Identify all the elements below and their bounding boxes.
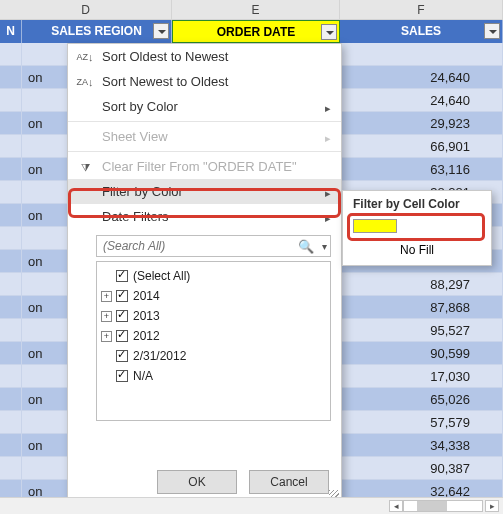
cell-sales[interactable]: 34,338 bbox=[340, 434, 503, 457]
highlight-ring bbox=[347, 213, 485, 241]
cell-sales[interactable]: 90,599 bbox=[340, 342, 503, 365]
checkbox-checked-icon[interactable] bbox=[116, 290, 128, 302]
tree-select-all[interactable]: (Select All) bbox=[101, 266, 326, 286]
cell-sales[interactable]: 88,297 bbox=[340, 273, 503, 296]
checkbox-checked-icon[interactable] bbox=[116, 330, 128, 342]
flyout-no-fill[interactable]: No Fill bbox=[343, 239, 491, 265]
menu-filter-by-color[interactable]: Filter by Color ▸ bbox=[68, 179, 341, 204]
header-sales-label: SALES bbox=[401, 24, 441, 38]
menu-filter-by-color-label: Filter by Color bbox=[102, 184, 183, 199]
header-sales-region[interactable]: SALES REGION bbox=[22, 20, 172, 43]
cell[interactable] bbox=[0, 135, 22, 158]
filter-dropdown-icon[interactable] bbox=[153, 23, 169, 39]
tree-node-label: 2013 bbox=[133, 309, 160, 323]
menu-clear-filter-label: Clear Filter From "ORDER DATE" bbox=[102, 159, 297, 174]
scroll-thumb[interactable] bbox=[417, 501, 447, 511]
cell[interactable] bbox=[0, 66, 22, 89]
cell[interactable] bbox=[0, 388, 22, 411]
tree-node-2012[interactable]: + 2012 bbox=[101, 326, 326, 346]
search-input[interactable] bbox=[97, 238, 294, 254]
cell[interactable] bbox=[0, 365, 22, 388]
filter-dropdown-menu: AZ↓ Sort Oldest to Newest ZA↓ Sort Newes… bbox=[67, 43, 342, 503]
cell[interactable] bbox=[0, 250, 22, 273]
search-dropdown-icon[interactable]: ▾ bbox=[318, 241, 330, 252]
button-row: OK Cancel bbox=[157, 470, 329, 494]
cell-sales[interactable]: 66,901 bbox=[340, 135, 503, 158]
checkbox-checked-icon[interactable] bbox=[116, 270, 128, 282]
cell[interactable] bbox=[0, 319, 22, 342]
col-letter-d[interactable]: D bbox=[0, 0, 172, 20]
scroll-right-icon[interactable]: ▸ bbox=[485, 500, 499, 512]
checkbox-checked-icon[interactable] bbox=[116, 310, 128, 322]
search-box[interactable]: 🔍 ▾ bbox=[96, 235, 331, 257]
cell-sales[interactable]: 90,387 bbox=[340, 457, 503, 480]
cell[interactable] bbox=[0, 273, 22, 296]
chevron-right-icon: ▸ bbox=[325, 102, 331, 115]
search-icon[interactable]: 🔍 bbox=[294, 239, 318, 254]
tree-node-2013[interactable]: + 2013 bbox=[101, 306, 326, 326]
chevron-right-icon: ▸ bbox=[325, 187, 331, 200]
chevron-right-icon: ▸ bbox=[325, 132, 331, 145]
filter-tree[interactable]: (Select All) + 2014 + 2013 + 2012 2/31/2… bbox=[96, 261, 331, 421]
header-order-date-label: ORDER DATE bbox=[217, 25, 295, 39]
expand-icon[interactable]: + bbox=[101, 331, 112, 342]
chevron-right-icon: ▸ bbox=[325, 212, 331, 225]
cell-sales[interactable]: 57,579 bbox=[340, 411, 503, 434]
menu-separator bbox=[68, 121, 341, 122]
cell-sales[interactable]: 24,640 bbox=[340, 66, 503, 89]
header-fragment: N bbox=[0, 20, 22, 43]
cell[interactable] bbox=[0, 342, 22, 365]
cell-sales[interactable]: 95,527 bbox=[340, 319, 503, 342]
cell-sales[interactable]: 63,116 bbox=[340, 158, 503, 181]
header-row: N SALES REGION ORDER DATE SALES bbox=[0, 20, 503, 43]
cell[interactable] bbox=[0, 181, 22, 204]
menu-date-filters-label: Date Filters bbox=[102, 209, 168, 224]
cell[interactable] bbox=[0, 434, 22, 457]
cell[interactable] bbox=[0, 158, 22, 181]
flyout-swatch-row[interactable] bbox=[343, 215, 491, 239]
tree-node-date[interactable]: 2/31/2012 bbox=[101, 346, 326, 366]
cell-sales[interactable] bbox=[340, 43, 503, 66]
menu-sort-oldest-label: Sort Oldest to Newest bbox=[102, 49, 228, 64]
filter-dropdown-icon[interactable] bbox=[484, 23, 500, 39]
cell[interactable] bbox=[0, 43, 22, 66]
cell-sales[interactable]: 65,026 bbox=[340, 388, 503, 411]
cell[interactable] bbox=[0, 411, 22, 434]
tree-node-label: 2012 bbox=[133, 329, 160, 343]
horizontal-scrollbar[interactable]: ◂ ▸ bbox=[0, 497, 503, 514]
cell-sales[interactable]: 17,030 bbox=[340, 365, 503, 388]
cell[interactable] bbox=[0, 227, 22, 250]
scroll-left-icon[interactable]: ◂ bbox=[389, 500, 403, 512]
cell-sales[interactable]: 87,868 bbox=[340, 296, 503, 319]
cell[interactable] bbox=[0, 204, 22, 227]
checkbox-checked-icon[interactable] bbox=[116, 370, 128, 382]
tree-spacer bbox=[101, 371, 112, 382]
menu-sheet-view-label: Sheet View bbox=[102, 129, 168, 144]
menu-sort-newest[interactable]: ZA↓ Sort Newest to Oldest bbox=[68, 69, 341, 94]
ok-button[interactable]: OK bbox=[157, 470, 237, 494]
cell[interactable] bbox=[0, 89, 22, 112]
expand-icon[interactable]: + bbox=[101, 291, 112, 302]
tree-spacer bbox=[101, 351, 112, 362]
search-row: 🔍 ▾ bbox=[96, 235, 331, 257]
cell[interactable] bbox=[0, 457, 22, 480]
header-order-date[interactable]: ORDER DATE bbox=[172, 20, 340, 43]
col-letter-f[interactable]: F bbox=[340, 0, 503, 20]
tree-node-2014[interactable]: + 2014 bbox=[101, 286, 326, 306]
checkbox-checked-icon[interactable] bbox=[116, 350, 128, 362]
col-letter-e[interactable]: E bbox=[172, 0, 340, 20]
filter-dropdown-icon[interactable] bbox=[321, 24, 337, 40]
menu-sort-oldest[interactable]: AZ↓ Sort Oldest to Newest bbox=[68, 44, 341, 69]
tree-node-na[interactable]: N/A bbox=[101, 366, 326, 386]
expand-icon[interactable]: + bbox=[101, 311, 112, 322]
header-sales[interactable]: SALES bbox=[340, 20, 503, 43]
menu-sort-by-color[interactable]: Sort by Color ▸ bbox=[68, 94, 341, 119]
cell[interactable] bbox=[0, 296, 22, 319]
menu-date-filters[interactable]: Date Filters ▸ bbox=[68, 204, 341, 229]
cell-sales[interactable]: 29,923 bbox=[340, 112, 503, 135]
menu-sort-newest-label: Sort Newest to Oldest bbox=[102, 74, 228, 89]
cell-sales[interactable]: 24,640 bbox=[340, 89, 503, 112]
cell[interactable] bbox=[0, 112, 22, 135]
cancel-button[interactable]: Cancel bbox=[249, 470, 329, 494]
flyout-title: Filter by Cell Color bbox=[343, 191, 491, 215]
